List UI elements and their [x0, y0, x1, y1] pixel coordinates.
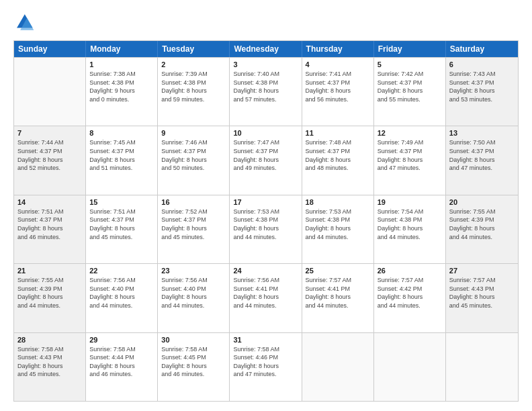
day-number: 18 [306, 198, 370, 206]
cal-cell: 5Sunrise: 7:42 AM Sunset: 4:37 PM Daylig… [374, 58, 446, 126]
cell-info: Sunrise: 7:42 AM Sunset: 4:37 PM Dayligh… [378, 70, 442, 103]
cell-info: Sunrise: 7:51 AM Sunset: 4:37 PM Dayligh… [17, 208, 82, 241]
day-header-tuesday: Tuesday [158, 41, 230, 57]
cell-info: Sunrise: 7:44 AM Sunset: 4:37 PM Dayligh… [17, 138, 82, 172]
day-number: 5 [378, 60, 442, 68]
cal-cell [302, 333, 374, 401]
week-row-5: 28Sunrise: 7:58 AM Sunset: 4:43 PM Dayli… [14, 332, 518, 401]
cell-info: Sunrise: 7:56 AM Sunset: 4:41 PM Dayligh… [233, 276, 298, 310]
day-number: 6 [449, 60, 515, 68]
day-number: 11 [306, 129, 370, 137]
calendar: SundayMondayTuesdayWednesdayThursdayFrid… [13, 40, 519, 402]
cell-info: Sunrise: 7:46 AM Sunset: 4:37 PM Dayligh… [161, 138, 226, 172]
cell-info: Sunrise: 7:58 AM Sunset: 4:44 PM Dayligh… [89, 345, 154, 379]
cell-info: Sunrise: 7:55 AM Sunset: 4:39 PM Dayligh… [17, 276, 82, 310]
day-number: 9 [161, 129, 226, 137]
week-row-1: 1Sunrise: 7:38 AM Sunset: 4:38 PM Daylig… [14, 57, 518, 126]
header [13, 12, 519, 34]
page: SundayMondayTuesdayWednesdayThursdayFrid… [0, 0, 532, 411]
day-number: 4 [306, 60, 370, 68]
cal-cell: 27Sunrise: 7:57 AM Sunset: 4:43 PM Dayli… [446, 264, 518, 332]
cell-info: Sunrise: 7:57 AM Sunset: 4:43 PM Dayligh… [449, 276, 515, 310]
day-header-saturday: Saturday [446, 41, 518, 57]
cal-cell [374, 333, 446, 401]
day-number: 27 [449, 267, 515, 275]
day-header-friday: Friday [374, 41, 446, 57]
day-number: 21 [17, 267, 82, 275]
cell-info: Sunrise: 7:54 AM Sunset: 4:38 PM Dayligh… [378, 208, 442, 241]
cal-cell: 31Sunrise: 7:58 AM Sunset: 4:46 PM Dayli… [230, 333, 302, 401]
cal-cell: 22Sunrise: 7:56 AM Sunset: 4:40 PM Dayli… [86, 264, 158, 332]
day-number: 15 [89, 198, 154, 206]
day-number: 31 [233, 336, 298, 344]
cal-cell: 6Sunrise: 7:43 AM Sunset: 4:37 PM Daylig… [446, 58, 518, 126]
day-number: 26 [378, 267, 442, 275]
cell-info: Sunrise: 7:57 AM Sunset: 4:41 PM Dayligh… [306, 276, 370, 310]
cell-info: Sunrise: 7:57 AM Sunset: 4:42 PM Dayligh… [378, 276, 442, 310]
calendar-header: SundayMondayTuesdayWednesdayThursdayFrid… [14, 41, 518, 57]
day-number: 3 [233, 60, 298, 68]
cal-cell: 1Sunrise: 7:38 AM Sunset: 4:38 PM Daylig… [86, 58, 158, 126]
day-header-thursday: Thursday [302, 41, 374, 57]
cal-cell: 26Sunrise: 7:57 AM Sunset: 4:42 PM Dayli… [374, 264, 446, 332]
cell-info: Sunrise: 7:56 AM Sunset: 4:40 PM Dayligh… [161, 276, 226, 310]
cell-info: Sunrise: 7:50 AM Sunset: 4:37 PM Dayligh… [449, 138, 515, 172]
cal-cell: 15Sunrise: 7:51 AM Sunset: 4:37 PM Dayli… [86, 195, 158, 263]
cal-cell: 17Sunrise: 7:53 AM Sunset: 4:38 PM Dayli… [230, 195, 302, 263]
day-number: 7 [17, 129, 82, 137]
cal-cell: 10Sunrise: 7:47 AM Sunset: 4:37 PM Dayli… [230, 126, 302, 194]
cell-info: Sunrise: 7:53 AM Sunset: 4:38 PM Dayligh… [306, 208, 370, 241]
cell-info: Sunrise: 7:40 AM Sunset: 4:38 PM Dayligh… [233, 70, 298, 103]
day-header-sunday: Sunday [14, 41, 86, 57]
cal-cell: 24Sunrise: 7:56 AM Sunset: 4:41 PM Dayli… [230, 264, 302, 332]
cell-info: Sunrise: 7:56 AM Sunset: 4:40 PM Dayligh… [89, 276, 154, 310]
cell-info: Sunrise: 7:49 AM Sunset: 4:37 PM Dayligh… [378, 138, 442, 172]
cal-cell: 13Sunrise: 7:50 AM Sunset: 4:37 PM Dayli… [446, 126, 518, 194]
day-number: 17 [233, 198, 298, 206]
cal-cell: 4Sunrise: 7:41 AM Sunset: 4:37 PM Daylig… [302, 58, 374, 126]
week-row-2: 7Sunrise: 7:44 AM Sunset: 4:37 PM Daylig… [14, 126, 518, 194]
day-number: 19 [378, 198, 442, 206]
week-row-3: 14Sunrise: 7:51 AM Sunset: 4:37 PM Dayli… [14, 195, 518, 263]
cal-cell: 29Sunrise: 7:58 AM Sunset: 4:44 PM Dayli… [86, 333, 158, 401]
day-number: 13 [449, 129, 515, 137]
day-number: 1 [89, 60, 154, 68]
day-number: 12 [378, 129, 442, 137]
cal-cell: 7Sunrise: 7:44 AM Sunset: 4:37 PM Daylig… [14, 126, 86, 194]
day-number: 23 [161, 267, 226, 275]
day-number: 29 [89, 336, 154, 344]
cal-cell: 21Sunrise: 7:55 AM Sunset: 4:39 PM Dayli… [14, 264, 86, 332]
logo-icon [13, 12, 35, 34]
cell-info: Sunrise: 7:55 AM Sunset: 4:39 PM Dayligh… [449, 208, 515, 241]
day-number: 14 [17, 198, 82, 206]
cal-cell: 3Sunrise: 7:40 AM Sunset: 4:38 PM Daylig… [230, 58, 302, 126]
day-header-wednesday: Wednesday [230, 41, 302, 57]
cell-info: Sunrise: 7:53 AM Sunset: 4:38 PM Dayligh… [233, 208, 298, 241]
cal-cell: 2Sunrise: 7:39 AM Sunset: 4:38 PM Daylig… [158, 58, 230, 126]
cal-cell: 25Sunrise: 7:57 AM Sunset: 4:41 PM Dayli… [302, 264, 374, 332]
day-number: 10 [233, 129, 298, 137]
day-number: 2 [161, 60, 226, 68]
cal-cell: 16Sunrise: 7:52 AM Sunset: 4:37 PM Dayli… [158, 195, 230, 263]
cell-info: Sunrise: 7:58 AM Sunset: 4:45 PM Dayligh… [161, 345, 226, 379]
cal-cell: 9Sunrise: 7:46 AM Sunset: 4:37 PM Daylig… [158, 126, 230, 194]
cal-cell [14, 58, 86, 126]
cell-info: Sunrise: 7:52 AM Sunset: 4:37 PM Dayligh… [161, 208, 226, 241]
cell-info: Sunrise: 7:41 AM Sunset: 4:37 PM Dayligh… [306, 70, 370, 103]
calendar-body: 1Sunrise: 7:38 AM Sunset: 4:38 PM Daylig… [14, 57, 518, 401]
cal-cell: 12Sunrise: 7:49 AM Sunset: 4:37 PM Dayli… [374, 126, 446, 194]
logo [13, 12, 38, 34]
day-number: 25 [306, 267, 370, 275]
cell-info: Sunrise: 7:39 AM Sunset: 4:38 PM Dayligh… [161, 70, 226, 103]
cal-cell: 19Sunrise: 7:54 AM Sunset: 4:38 PM Dayli… [374, 195, 446, 263]
cal-cell: 18Sunrise: 7:53 AM Sunset: 4:38 PM Dayli… [302, 195, 374, 263]
day-number: 30 [161, 336, 226, 344]
cell-info: Sunrise: 7:43 AM Sunset: 4:37 PM Dayligh… [449, 70, 515, 103]
day-number: 8 [89, 129, 154, 137]
cell-info: Sunrise: 7:51 AM Sunset: 4:37 PM Dayligh… [89, 208, 154, 241]
day-number: 20 [449, 198, 515, 206]
cal-cell: 20Sunrise: 7:55 AM Sunset: 4:39 PM Dayli… [446, 195, 518, 263]
day-number: 28 [17, 336, 82, 344]
day-number: 16 [161, 198, 226, 206]
day-number: 22 [89, 267, 154, 275]
